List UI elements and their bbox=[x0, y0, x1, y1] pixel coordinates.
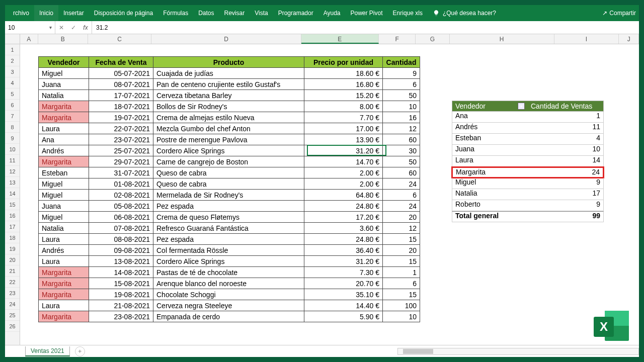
pivot-row[interactable]: Margarita24 bbox=[451, 166, 604, 178]
cell[interactable]: 15-08-2021 bbox=[89, 278, 153, 289]
cell[interactable]: Margarita bbox=[39, 289, 89, 300]
pivot-row[interactable]: Natalia17 bbox=[452, 189, 604, 200]
horizontal-scrollbar[interactable] bbox=[397, 348, 639, 355]
pivot-row[interactable]: Laura14 bbox=[452, 156, 604, 167]
cell[interactable]: 20.70 € bbox=[304, 278, 383, 289]
cell[interactable]: Laura bbox=[39, 256, 89, 267]
cell[interactable]: Cerveza tibetana Barley bbox=[153, 90, 304, 101]
cell[interactable]: Pez espada bbox=[153, 201, 304, 212]
cell[interactable]: Laura bbox=[39, 123, 89, 134]
cell[interactable]: Margarita bbox=[39, 101, 89, 112]
row-header[interactable]: 20 bbox=[5, 254, 20, 265]
table-row[interactable]: Miguel05-07-2021Cuajada de judías18.60 €… bbox=[39, 68, 420, 79]
table-header[interactable]: Cantidad bbox=[383, 57, 420, 68]
cell[interactable]: 10 bbox=[383, 101, 420, 112]
row-header[interactable]: 11 bbox=[5, 155, 20, 166]
pivot-row[interactable]: Roberto9 bbox=[452, 200, 604, 211]
cell[interactable]: Empanada de cerdo bbox=[153, 311, 304, 322]
column-header[interactable]: D bbox=[151, 34, 301, 44]
ribbon-tab[interactable]: Inicio bbox=[34, 5, 58, 21]
cell[interactable]: 06-08-2021 bbox=[89, 212, 153, 223]
spreadsheet-grid[interactable]: ABCDEFGHIJ 12345678910111213141516171819… bbox=[5, 34, 639, 345]
ribbon-tab[interactable]: rchivo bbox=[8, 5, 34, 21]
column-headers[interactable]: ABCDEFGHIJ bbox=[20, 34, 639, 44]
ribbon-tab[interactable]: Fórmulas bbox=[158, 5, 193, 21]
cell[interactable]: Margarita bbox=[39, 311, 89, 322]
cell[interactable]: 14-08-2021 bbox=[89, 267, 153, 278]
cell[interactable]: Queso de cabra bbox=[153, 178, 304, 190]
cell[interactable]: 6 bbox=[383, 190, 420, 201]
cell[interactable]: 50 bbox=[383, 156, 420, 167]
cell[interactable]: Carne de cangrejo de Boston bbox=[153, 156, 304, 167]
cancel-icon[interactable]: ✕ bbox=[55, 24, 67, 31]
cell[interactable]: 05-08-2021 bbox=[89, 201, 153, 212]
table-row[interactable]: Margarita29-07-2021Carne de cangrejo de … bbox=[39, 156, 420, 167]
scrollbar-thumb[interactable] bbox=[403, 349, 433, 354]
cell[interactable]: 08-08-2021 bbox=[89, 234, 153, 245]
cell[interactable]: 6 bbox=[383, 79, 420, 90]
cells-area[interactable]: VendedorFecha de VentaProductoPrecio por… bbox=[20, 44, 639, 345]
column-header[interactable]: B bbox=[38, 34, 88, 44]
cell[interactable]: Crema de queso Fløtemys bbox=[153, 212, 304, 223]
ribbon-tab[interactable]: Datos bbox=[193, 5, 219, 21]
cell[interactable]: 2.00 € bbox=[304, 178, 383, 190]
cell[interactable]: 07-08-2021 bbox=[89, 223, 153, 234]
cell[interactable]: 35.10 € bbox=[304, 289, 383, 300]
cell[interactable]: Natalia bbox=[39, 90, 89, 101]
row-header[interactable]: 26 bbox=[5, 321, 20, 332]
cell[interactable]: 15.20 € bbox=[304, 90, 383, 101]
cell[interactable]: Juana bbox=[39, 201, 89, 212]
cell[interactable]: 18-07-2021 bbox=[89, 101, 153, 112]
sheet-tab[interactable]: Ventas 2021 bbox=[25, 346, 70, 356]
cell[interactable]: Esteban bbox=[39, 167, 89, 178]
cell[interactable]: Queso de cabra bbox=[153, 167, 304, 178]
cell[interactable]: 14.70 € bbox=[304, 156, 383, 167]
pivot-table[interactable]: Vendedor▾Cantidad de VentasAna1Andrés11E… bbox=[452, 101, 604, 222]
pivot-row[interactable]: Ana1 bbox=[452, 112, 604, 123]
cell[interactable]: 24 bbox=[383, 178, 420, 190]
formula-input[interactable]: 31.2 bbox=[92, 21, 639, 34]
cell[interactable]: 12 bbox=[383, 123, 420, 134]
table-row[interactable]: Andrés25-07-2021Cordero Alice Springs31.… bbox=[39, 145, 420, 156]
cell[interactable]: 8.00 € bbox=[304, 101, 383, 112]
cell[interactable]: 60 bbox=[383, 134, 420, 145]
table-row[interactable]: Miguel06-08-2021Crema de queso Fløtemys1… bbox=[39, 212, 420, 223]
ribbon-tab[interactable]: Vista bbox=[250, 5, 273, 21]
cell[interactable]: 2.00 € bbox=[304, 167, 383, 178]
cell[interactable]: 02-08-2021 bbox=[89, 190, 153, 201]
row-header[interactable]: 14 bbox=[5, 188, 20, 199]
cell[interactable]: 14.40 € bbox=[304, 300, 383, 311]
row-header[interactable]: 5 bbox=[5, 88, 20, 100]
chevron-down-icon[interactable]: ▾ bbox=[49, 25, 52, 30]
cell[interactable]: 24.80 € bbox=[304, 234, 383, 245]
cell[interactable]: 19-08-2021 bbox=[89, 289, 153, 300]
cell[interactable]: 100 bbox=[383, 300, 420, 311]
row-header[interactable]: 2 bbox=[5, 55, 20, 66]
cell[interactable]: 50 bbox=[383, 90, 420, 101]
cell[interactable]: Margarita bbox=[39, 278, 89, 289]
tell-me-search[interactable]: ¿Qué desea hacer? bbox=[433, 10, 496, 17]
cell[interactable]: Miguel bbox=[39, 178, 89, 190]
cell[interactable]: Crema de almejas estilo Nueva bbox=[153, 112, 304, 123]
cell[interactable]: 22-07-2021 bbox=[89, 123, 153, 134]
row-header[interactable]: 23 bbox=[5, 288, 20, 299]
column-header[interactable]: C bbox=[88, 34, 152, 44]
row-header[interactable]: 8 bbox=[5, 122, 20, 133]
cell[interactable]: Cordero Alice Springs bbox=[153, 256, 304, 267]
row-header[interactable]: 24 bbox=[5, 299, 20, 310]
cell[interactable]: Margarita bbox=[39, 267, 89, 278]
table-row[interactable]: Laura13-08-2021Cordero Alice Springs31.2… bbox=[39, 256, 420, 267]
cell[interactable]: Margarita bbox=[39, 112, 89, 123]
ribbon-tab[interactable]: Programador bbox=[273, 5, 318, 21]
cell[interactable]: 05-07-2021 bbox=[89, 68, 153, 79]
table-row[interactable]: Margarita19-07-2021Crema de almejas esti… bbox=[39, 112, 420, 123]
cell[interactable]: Mermelada de Sir Rodney's bbox=[153, 190, 304, 201]
cell[interactable]: 23-07-2021 bbox=[89, 134, 153, 145]
ribbon-tab[interactable]: Insertar bbox=[58, 5, 89, 21]
table-row[interactable]: Miguel02-08-2021Mermelada de Sir Rodney'… bbox=[39, 190, 420, 201]
table-row[interactable]: Natalia07-08-2021Refresco Guaraná Fantás… bbox=[39, 223, 420, 234]
column-header[interactable]: F bbox=[379, 34, 416, 44]
ribbon-tab[interactable]: Enrique xls bbox=[388, 5, 428, 21]
row-header[interactable]: 25 bbox=[5, 310, 20, 321]
cell[interactable]: 25-07-2021 bbox=[89, 145, 153, 156]
